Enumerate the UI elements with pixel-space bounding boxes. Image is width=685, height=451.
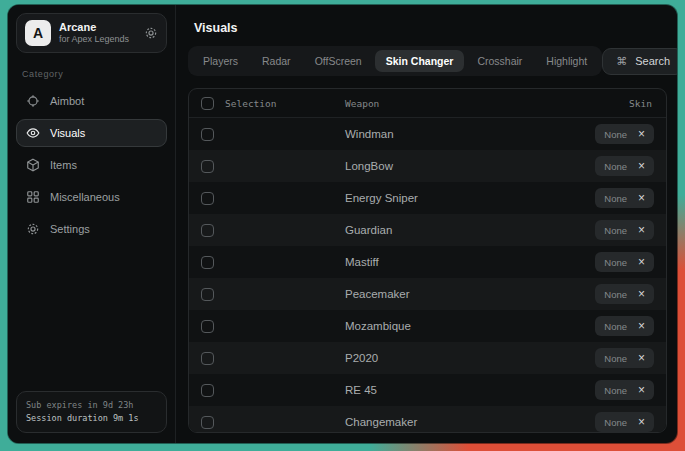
search-button-label: Search	[635, 55, 670, 67]
app-window: A Arcane for Apex Legends Category Aimbo…	[8, 5, 677, 443]
command-icon: ⌘	[616, 55, 627, 68]
tab[interactable]: Crosshair	[466, 50, 533, 72]
weapon-name: Guardian	[335, 224, 536, 236]
clear-skin-icon[interactable]: ×	[638, 128, 645, 140]
app-meta: Arcane for Apex Legends	[59, 21, 136, 46]
sidebar-item-label: Visuals	[50, 127, 85, 139]
clear-skin-icon[interactable]: ×	[638, 192, 645, 204]
skin-selector[interactable]: None ×	[595, 316, 654, 336]
page-title: Visuals	[194, 21, 667, 35]
table-row: LongBow None ×	[189, 150, 666, 182]
row-checkbox[interactable]	[201, 352, 214, 365]
row-checkbox[interactable]	[201, 256, 214, 269]
table-body: Windman None × LongBow	[189, 118, 666, 432]
crosshair-icon	[26, 94, 40, 108]
weapon-name: Mozambique	[335, 320, 536, 332]
skin-value: None	[604, 161, 627, 172]
weapon-name: Energy Sniper	[335, 192, 536, 204]
clear-skin-icon[interactable]: ×	[638, 160, 645, 172]
weapon-name: Mastiff	[335, 256, 536, 268]
tab-bar: Players Radar OffScreen Skin Changer Cro…	[188, 46, 602, 76]
row-checkbox[interactable]	[201, 320, 214, 333]
skin-table: Selection Weapon Skin Windman None ×	[188, 88, 667, 433]
clear-skin-icon[interactable]: ×	[638, 416, 645, 428]
header-selection: Selection	[225, 98, 335, 109]
sidebar-item-label: Settings	[50, 223, 90, 235]
sidebar-item-label: Aimbot	[50, 95, 84, 107]
weapon-name: P2020	[335, 352, 536, 364]
skin-selector[interactable]: None ×	[595, 412, 654, 432]
session-duration-text: Session duration 9m 1s	[26, 412, 157, 425]
search-button[interactable]: ⌘ Search	[602, 48, 677, 75]
skin-selector[interactable]: None ×	[595, 156, 654, 176]
sub-expiry-text: Sub expires in 9d 23h	[26, 399, 157, 412]
header-skin: Skin	[536, 98, 666, 109]
skin-selector[interactable]: None ×	[595, 284, 654, 304]
table-row: P2020 None ×	[189, 342, 666, 374]
weapon-name: RE 45	[335, 384, 536, 396]
clear-skin-icon[interactable]: ×	[638, 288, 645, 300]
skin-value: None	[604, 193, 627, 204]
clear-skin-icon[interactable]: ×	[638, 256, 645, 268]
skin-selector[interactable]: None ×	[595, 348, 654, 368]
app-name: Arcane	[59, 21, 136, 35]
clear-skin-icon[interactable]: ×	[638, 384, 645, 396]
sidebar-item-label: Miscellaneous	[50, 191, 120, 203]
skin-selector[interactable]: None ×	[595, 124, 654, 144]
skin-value: None	[604, 257, 627, 268]
app-subtitle: for Apex Legends	[59, 34, 136, 45]
table-row: RE 45 None ×	[189, 374, 666, 406]
table-row: Changemaker None ×	[189, 406, 666, 433]
clear-skin-icon[interactable]: ×	[638, 320, 645, 332]
table-row: Energy Sniper None ×	[189, 182, 666, 214]
weapon-name: Changemaker	[335, 416, 536, 428]
main-panel: Visuals Players Radar OffScreen Skin Cha…	[176, 5, 677, 443]
subscription-card: Sub expires in 9d 23h Session duration 9…	[16, 391, 167, 433]
clear-skin-icon[interactable]: ×	[638, 352, 645, 364]
sidebar-item[interactable]: Aimbot	[16, 87, 167, 115]
app-logo: A	[25, 20, 51, 46]
clear-skin-icon[interactable]: ×	[638, 224, 645, 236]
table-row: Mastiff None ×	[189, 246, 666, 278]
skin-value: None	[604, 129, 627, 140]
sidebar-item[interactable]: Settings	[16, 215, 167, 243]
category-label: Category	[22, 69, 161, 79]
skin-selector[interactable]: None ×	[595, 220, 654, 240]
tab[interactable]: OffScreen	[304, 50, 373, 72]
table-header-row: Selection Weapon Skin	[189, 89, 666, 118]
table-row: Peacemaker None ×	[189, 278, 666, 310]
sidebar-item[interactable]: Visuals	[16, 119, 167, 147]
app-header-card: A Arcane for Apex Legends	[16, 13, 167, 53]
row-checkbox[interactable]	[201, 224, 214, 237]
weapon-name: Peacemaker	[335, 288, 536, 300]
select-all-checkbox[interactable]	[201, 97, 214, 110]
skin-selector[interactable]: None ×	[595, 188, 654, 208]
tab[interactable]: Radar	[251, 50, 302, 72]
header-weapon: Weapon	[335, 98, 536, 109]
skin-value: None	[604, 225, 627, 236]
skin-value: None	[604, 385, 627, 396]
skin-selector[interactable]: None ×	[595, 380, 654, 400]
sidebar-item[interactable]: Items	[16, 151, 167, 179]
tab[interactable]: Skin Changer	[375, 50, 465, 72]
row-checkbox[interactable]	[201, 128, 214, 141]
skin-value: None	[604, 353, 627, 364]
row-checkbox[interactable]	[201, 192, 214, 205]
sidebar-nav: Aimbot Visuals Items Miscellaneous	[16, 87, 167, 243]
row-checkbox[interactable]	[201, 160, 214, 173]
row-checkbox[interactable]	[201, 288, 214, 301]
sidebar-item-label: Items	[50, 159, 77, 171]
skin-selector[interactable]: None ×	[595, 252, 654, 272]
grid-icon	[26, 190, 40, 204]
cube-icon	[26, 158, 40, 172]
tab[interactable]: Players	[192, 50, 249, 72]
weapon-name: LongBow	[335, 160, 536, 172]
row-checkbox[interactable]	[201, 384, 214, 397]
weapon-name: Windman	[335, 128, 536, 140]
tab[interactable]: Highlight	[535, 50, 598, 72]
row-checkbox[interactable]	[201, 416, 214, 429]
sidebar-item[interactable]: Miscellaneous	[16, 183, 167, 211]
skin-value: None	[604, 321, 627, 332]
skin-value: None	[604, 417, 627, 428]
settings-gear-icon[interactable]	[144, 26, 158, 40]
